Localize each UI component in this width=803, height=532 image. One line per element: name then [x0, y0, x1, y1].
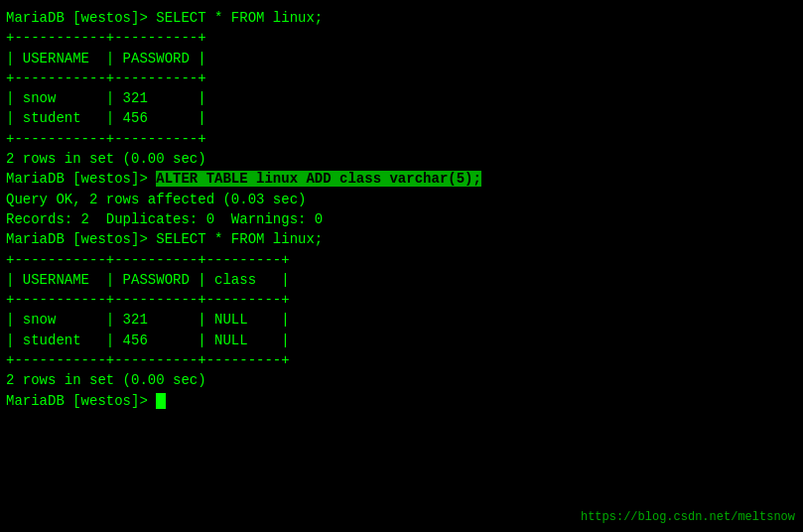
- terminal-line: MariaDB [westos]>: [6, 391, 797, 411]
- terminal-line: | USERNAME | PASSWORD |: [6, 49, 797, 68]
- terminal-line: +-----------+----------+: [6, 129, 797, 149]
- terminal-line: MariaDB [westos]> ALTER TABLE linux ADD …: [6, 169, 797, 189]
- terminal-line: Records: 2 Duplicates: 0 Warnings: 0: [6, 209, 797, 229]
- terminal-line: | student | 456 | NULL |: [6, 331, 797, 350]
- terminal-line: 2 rows in set (0.00 sec): [6, 149, 797, 169]
- terminal-line: | student | 456 |: [6, 108, 797, 128]
- terminal-line: +-----------+----------+: [6, 28, 797, 48]
- terminal-line: | snow | 321 |: [6, 88, 797, 108]
- terminal-line: +-----------+----------+---------+: [6, 350, 797, 370]
- terminal-line: MariaDB [westos]> SELECT * FROM linux;: [6, 229, 797, 249]
- terminal-line: MariaDB [westos]> SELECT * FROM linux;: [6, 8, 797, 28]
- terminal-cursor: [156, 393, 166, 409]
- watermark: https://blog.csdn.net/meltsnow: [581, 510, 795, 524]
- terminal-line: | snow | 321 | NULL |: [6, 310, 797, 330]
- terminal-line: | USERNAME | PASSWORD | class |: [6, 270, 797, 290]
- terminal-window: MariaDB [westos]> SELECT * FROM linux;+-…: [0, 0, 803, 419]
- terminal-line: +-----------+----------+---------+: [6, 250, 797, 270]
- highlighted-command: ALTER TABLE linux ADD class varchar(5);: [156, 171, 481, 187]
- terminal-line: +-----------+----------+: [6, 68, 797, 88]
- terminal-line: 2 rows in set (0.00 sec): [6, 370, 797, 390]
- terminal-line: +-----------+----------+---------+: [6, 290, 797, 310]
- terminal-line: Query OK, 2 rows affected (0.03 sec): [6, 190, 797, 209]
